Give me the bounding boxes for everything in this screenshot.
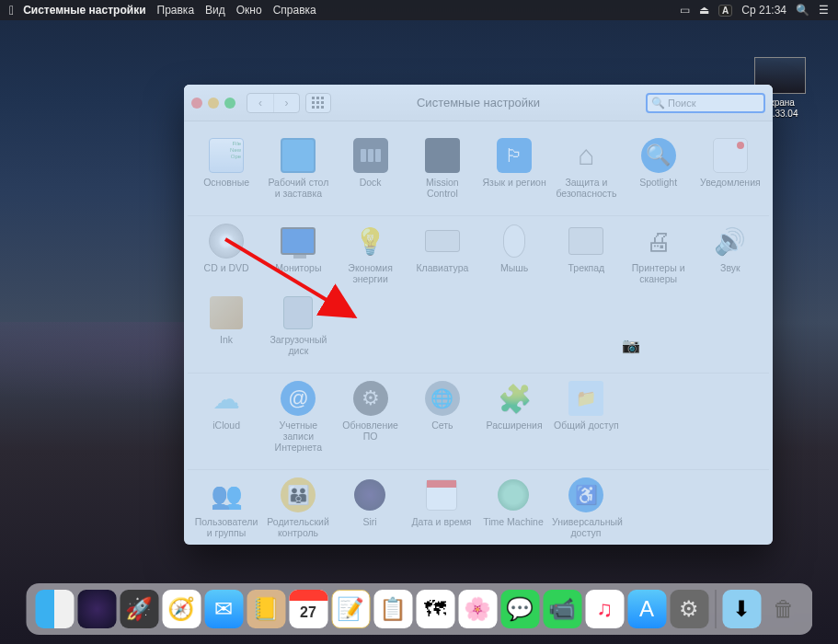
dock-finder[interactable] bbox=[35, 590, 74, 628]
dock-contacts[interactable]: 📒 bbox=[247, 590, 285, 628]
svg-rect-3 bbox=[312, 101, 315, 104]
close-button[interactable] bbox=[191, 98, 202, 109]
dock-calendar[interactable]: 27 bbox=[289, 590, 327, 628]
dock-itunes[interactable]: ♫ bbox=[585, 590, 624, 628]
dock-reminders[interactable]: 📋 bbox=[373, 590, 412, 628]
show-all-button[interactable] bbox=[305, 93, 331, 113]
dock-messages[interactable]: 💬 bbox=[500, 590, 539, 628]
pane-displays[interactable]: Мониторы bbox=[263, 222, 333, 286]
dock-appstore[interactable]: A bbox=[627, 590, 666, 628]
dock-facetime[interactable]: 📹 bbox=[543, 590, 581, 628]
svg-rect-0 bbox=[312, 97, 315, 99]
pane-accessibility[interactable]: ♿Универсальный доступ bbox=[550, 476, 622, 540]
pane-date-time[interactable]: Дата и время bbox=[407, 476, 476, 540]
pane-ink[interactable]: Ink bbox=[191, 293, 261, 358]
menu-window[interactable]: Окно bbox=[236, 4, 262, 17]
pane-energy-saver[interactable]: 💡Экономия энергии bbox=[336, 222, 406, 286]
pane-language-region[interactable]: 🏳Язык и регион bbox=[479, 136, 549, 201]
svg-rect-5 bbox=[321, 101, 324, 104]
back-button[interactable]: ‹ bbox=[247, 94, 273, 112]
minimize-button[interactable] bbox=[208, 98, 219, 109]
pane-siri[interactable]: Siri bbox=[335, 476, 405, 540]
window-toolbar: ‹ › Системные настройки 🔍 bbox=[184, 85, 773, 121]
pane-spotlight[interactable]: 🔍Spotlight bbox=[624, 136, 694, 201]
pane-users-groups[interactable]: 👥Пользователи и группы bbox=[191, 476, 261, 540]
apple-menu-icon[interactable]:  bbox=[9, 3, 14, 17]
notification-center-icon[interactable]: ☰ bbox=[819, 4, 829, 17]
pane-internet-accounts[interactable]: @Учетные записи Интернета bbox=[263, 379, 333, 454]
pane-network[interactable]: 🌐Сеть bbox=[408, 379, 477, 454]
pane-mission-control[interactable]: Mission Control bbox=[408, 136, 477, 201]
zoom-button[interactable] bbox=[224, 98, 235, 109]
pane-extensions[interactable]: 🧩Расширения bbox=[479, 379, 549, 454]
forward-button[interactable]: › bbox=[273, 94, 299, 112]
pane-desktop-screensaver[interactable]: Рабочий стол и заставка bbox=[263, 136, 333, 201]
airplay-icon[interactable]: ▭ bbox=[680, 4, 690, 17]
pane-sound[interactable]: 🔊Звук bbox=[695, 222, 765, 286]
dock-photos[interactable]: 🌸 bbox=[458, 590, 497, 628]
input-source-badge[interactable]: A bbox=[718, 5, 732, 17]
dock-safari[interactable]: 🧭 bbox=[162, 590, 201, 628]
pane-trackpad[interactable]: Трекпад bbox=[551, 222, 621, 286]
svg-rect-8 bbox=[321, 106, 324, 109]
menu-view[interactable]: Вид bbox=[205, 4, 225, 17]
pane-notifications[interactable]: Уведомления bbox=[695, 136, 765, 201]
pane-general[interactable]: Основные bbox=[191, 136, 261, 201]
pane-startup-disk[interactable]: Загрузочный диск bbox=[263, 293, 333, 358]
pane-sharing[interactable]: 📁Общий доступ bbox=[551, 379, 621, 454]
menu-edit[interactable]: Правка bbox=[157, 4, 195, 17]
screenshot-cursor-icon: 📷 bbox=[622, 337, 640, 354]
pane-software-update[interactable]: ⚙Обновление ПО bbox=[336, 379, 406, 454]
dock-system-preferences[interactable]: ⚙ bbox=[670, 590, 708, 628]
search-icon: 🔍 bbox=[651, 97, 665, 109]
pane-section-system: 👥Пользователи и группы 👪Родительский кон… bbox=[188, 469, 769, 545]
pane-security[interactable]: ⌂Защита и безопасность bbox=[551, 136, 621, 201]
dock-trash[interactable]: 🗑 bbox=[764, 590, 803, 628]
svg-rect-1 bbox=[316, 97, 319, 99]
menubar-clock[interactable]: Ср 21:34 bbox=[741, 4, 786, 17]
dock-separator bbox=[715, 590, 716, 628]
eject-icon[interactable]: ⏏ bbox=[699, 4, 709, 17]
pane-section-hardware: CD и DVD Мониторы 💡Экономия энергии Клав… bbox=[188, 215, 769, 373]
dock-notes[interactable]: 📝 bbox=[331, 590, 370, 628]
dock-downloads[interactable]: ⬇ bbox=[722, 590, 761, 628]
dock-siri[interactable] bbox=[77, 590, 116, 628]
pane-dock[interactable]: Dock bbox=[336, 136, 406, 201]
system-preferences-window: ‹ › Системные настройки 🔍 Основные Рабоч… bbox=[184, 85, 773, 545]
dock-maps[interactable]: 🗺 bbox=[416, 590, 454, 628]
dock: 🚀 🧭 ✉ 📒 27 📝 📋 🗺 🌸 💬 📹 ♫ A ⚙ ⬇ 🗑 bbox=[26, 583, 812, 635]
pane-section-personal: Основные Рабочий стол и заставка Dock Mi… bbox=[188, 131, 769, 215]
svg-rect-4 bbox=[316, 101, 319, 104]
dock-mail[interactable]: ✉ bbox=[204, 590, 243, 628]
pane-time-machine[interactable]: Time Machine bbox=[478, 476, 548, 540]
svg-rect-7 bbox=[316, 106, 319, 109]
svg-rect-6 bbox=[312, 106, 315, 109]
pane-printers[interactable]: 🖨Принтеры и сканеры bbox=[624, 222, 694, 286]
pane-mouse[interactable]: Мышь bbox=[479, 222, 549, 286]
pane-parental-controls[interactable]: 👪Родительский контроль bbox=[263, 476, 333, 540]
dock-launchpad[interactable]: 🚀 bbox=[120, 590, 158, 628]
spotlight-menubar-icon[interactable]: 🔍 bbox=[796, 4, 809, 17]
pane-icloud[interactable]: ☁iCloud bbox=[191, 379, 261, 454]
pane-cddvd[interactable]: CD и DVD bbox=[191, 222, 261, 286]
pane-section-internet: ☁iCloud @Учетные записи Интернета ⚙Обнов… bbox=[188, 373, 769, 469]
svg-rect-2 bbox=[321, 97, 324, 99]
app-menu[interactable]: Системные настройки bbox=[23, 4, 145, 17]
menu-help[interactable]: Справка bbox=[273, 4, 316, 17]
nav-back-forward[interactable]: ‹ › bbox=[247, 93, 300, 113]
menubar:  Системные настройки Правка Вид Окно Сп… bbox=[0, 0, 838, 20]
pane-keyboard[interactable]: Клавиатура bbox=[408, 222, 477, 286]
